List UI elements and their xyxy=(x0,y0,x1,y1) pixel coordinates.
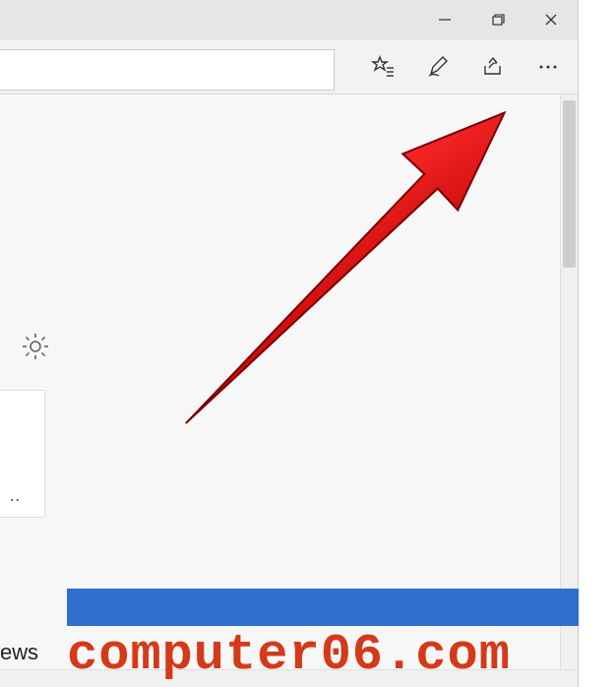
pen-icon xyxy=(425,54,451,80)
star-list-icon xyxy=(370,54,396,80)
content-card[interactable]: .. xyxy=(0,390,45,518)
close-icon xyxy=(544,13,558,27)
svg-line-17 xyxy=(42,338,45,341)
gear-icon xyxy=(21,332,50,361)
minimize-icon xyxy=(438,13,452,27)
settings-button[interactable] xyxy=(18,329,53,364)
svg-point-10 xyxy=(31,342,40,351)
text-fragment-ews: ews xyxy=(0,640,38,665)
svg-line-15 xyxy=(27,338,30,341)
more-button[interactable] xyxy=(526,45,570,89)
favorites-button[interactable] xyxy=(361,45,404,89)
window-restore-button[interactable] xyxy=(471,0,524,39)
watermark-text: computer06.com xyxy=(67,626,511,684)
page-content: .. ews xyxy=(0,94,578,669)
svg-line-18 xyxy=(27,353,30,356)
window-minimize-button[interactable] xyxy=(418,0,471,39)
scroll-thumb[interactable] xyxy=(563,100,576,268)
svg-point-8 xyxy=(546,65,549,68)
restore-icon xyxy=(490,12,506,28)
window-close-button[interactable] xyxy=(524,0,578,39)
blue-bar-overlay xyxy=(67,589,579,626)
more-dots-icon xyxy=(535,54,561,80)
share-button[interactable] xyxy=(471,45,515,89)
svg-point-7 xyxy=(539,65,542,68)
window-title-bar xyxy=(0,0,578,39)
card-ellipsis: .. xyxy=(10,487,21,505)
address-bar[interactable] xyxy=(0,49,335,91)
share-icon xyxy=(480,54,506,80)
web-notes-button[interactable] xyxy=(416,45,460,89)
svg-point-9 xyxy=(553,65,556,68)
browser-window: .. ews xyxy=(0,0,579,687)
vertical-scrollbar[interactable] xyxy=(560,94,578,669)
svg-line-16 xyxy=(42,353,45,356)
svg-rect-1 xyxy=(493,17,502,25)
